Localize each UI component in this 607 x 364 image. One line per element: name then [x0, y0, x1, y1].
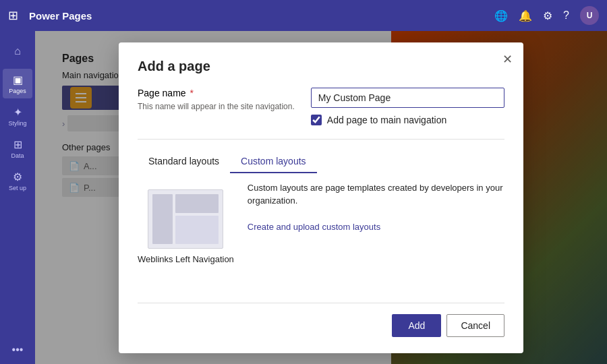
thumb-right-top — [175, 194, 219, 213]
help-icon[interactable]: ? — [563, 9, 569, 22]
gear-icon[interactable]: ⚙ — [543, 9, 552, 22]
content-panel: Pages Main navigation › — [35, 31, 607, 364]
custom-layouts-tab[interactable]: Custom layouts — [230, 150, 316, 173]
app-title: Power Pages — [29, 10, 488, 22]
avatar[interactable]: U — [580, 6, 599, 25]
sidebar-item-styling[interactable]: ✦ Styling — [3, 101, 32, 131]
page-name-input-col: Add page to main navigation — [311, 88, 504, 125]
standard-layouts-tab[interactable]: Standard layouts — [138, 150, 230, 173]
sidebar-pages-label: Pages — [9, 88, 26, 94]
add-button[interactable]: Add — [392, 314, 441, 337]
thumb-right-panel — [175, 194, 219, 244]
styling-icon: ✦ — [13, 106, 22, 119]
sidebar-styling-label: Styling — [8, 120, 26, 127]
sidebar-item-home[interactable]: ⌂ — [3, 36, 32, 66]
add-page-modal: Add a page ✕ Page name * This name will … — [119, 42, 523, 353]
nav-checkbox-row: Add page to main navigation — [311, 115, 504, 125]
data-icon: ⊞ — [13, 138, 22, 151]
thumb-right-bottom — [175, 216, 219, 244]
home-icon: ⌂ — [14, 45, 21, 57]
page-name-label-col: Page name * This name will appear in the… — [138, 88, 295, 113]
nav-icons: 🌐 🔔 ⚙ ? U — [494, 6, 599, 25]
add-to-nav-label: Add page to main navigation — [327, 115, 446, 125]
sidebar-more[interactable]: ••• — [12, 344, 24, 356]
sidebar-item-data[interactable]: ⊞ Data — [3, 133, 32, 163]
layout-tabs: Standard layouts Custom layouts — [138, 150, 504, 173]
sidebar-data-label: Data — [11, 152, 24, 159]
page-name-hint: This name will appear in the site naviga… — [138, 101, 295, 113]
sidebar-setup-label: Set up — [9, 185, 26, 191]
layout-description: Custom layouts are page templates create… — [248, 181, 504, 289]
sidebar-item-pages[interactable]: ▣ Pages — [3, 69, 32, 98]
page-name-input[interactable] — [311, 88, 504, 108]
sidebar: ⌂ ▣ Pages ✦ Styling ⊞ Data ⚙ Set up ••• — [0, 31, 35, 364]
waffle-icon[interactable]: ⊞ — [8, 8, 18, 23]
required-indicator: * — [187, 88, 194, 98]
content-inner: Pages Main navigation › — [35, 31, 607, 364]
main-area: ⌂ ▣ Pages ✦ Styling ⊞ Data ⚙ Set up ••• — [0, 31, 607, 364]
pages-icon: ▣ — [13, 73, 23, 86]
modal-overlay: Add a page ✕ Page name * This name will … — [35, 31, 607, 364]
modal-title: Add a page — [138, 59, 504, 74]
page-name-section: Page name * This name will appear in the… — [138, 88, 504, 125]
sidebar-item-setup[interactable]: ⚙ Set up — [3, 166, 32, 195]
layout-thumbnail-area: Weblinks Left Navigation — [138, 189, 234, 289]
close-button[interactable]: ✕ — [502, 53, 513, 65]
layout-thumbnail[interactable] — [148, 189, 223, 249]
bell-icon[interactable]: 🔔 — [519, 9, 532, 22]
top-nav: ⊞ Power Pages 🌐 🔔 ⚙ ? U — [0, 0, 607, 31]
modal-actions: Add Cancel — [138, 303, 504, 337]
page-name-label: Page name * — [138, 88, 295, 98]
add-to-nav-checkbox[interactable] — [311, 115, 322, 125]
create-upload-link[interactable]: Create and upload custom layouts — [248, 222, 380, 232]
globe-icon[interactable]: 🌐 — [494, 9, 508, 22]
thumb-left-panel — [152, 194, 173, 244]
layout-divider — [138, 139, 504, 140]
custom-layout-description: Custom layouts are page templates create… — [248, 181, 504, 208]
cancel-button[interactable]: Cancel — [446, 314, 504, 337]
setup-icon: ⚙ — [13, 171, 22, 183]
layout-name: Weblinks Left Navigation — [138, 254, 234, 264]
layout-content: Weblinks Left Navigation Custom layouts … — [138, 181, 504, 289]
